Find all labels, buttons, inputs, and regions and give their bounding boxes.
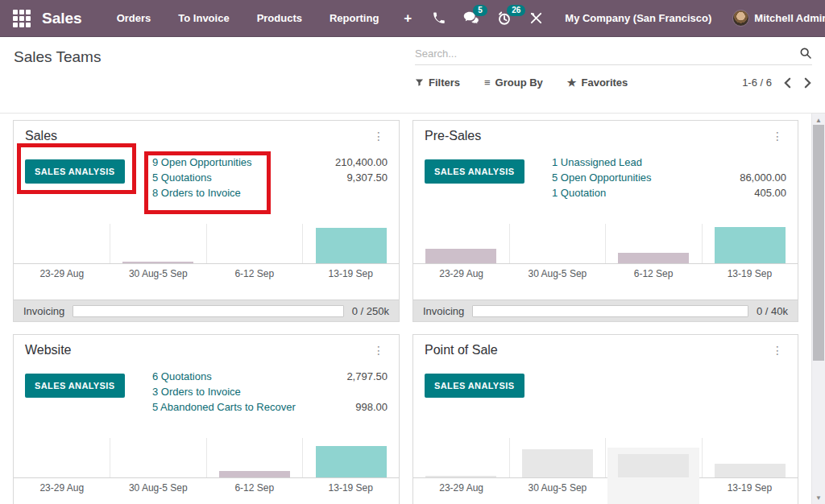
nav-item-products[interactable]: Products (257, 12, 302, 24)
search-area: Filters ≡ Group By ★ Favorites 1-6 / 6 (415, 47, 812, 89)
chart-week-labels: 23-29 Aug30 Aug-5 Sep6-12 Sep13-19 Sep (413, 264, 798, 283)
user-name: Mitchell Admin (754, 12, 825, 24)
kanban-link[interactable]: 9 Open Opportunities (152, 156, 252, 168)
kanban-card-sales: Sales ⋮ SALES ANALYSIS 9 Open Opportunit… (13, 120, 400, 322)
kanban-link[interactable]: 5 Abandoned Carts to Recover (152, 401, 296, 413)
kanban-value: 9,307.50 (346, 171, 388, 184)
kanban-menu-icon[interactable]: ⋮ (769, 130, 786, 143)
kanban-menu-icon[interactable]: ⋮ (370, 344, 388, 357)
debug-tools-icon[interactable] (529, 11, 543, 25)
pager-next-icon[interactable] (803, 77, 812, 89)
team-title[interactable]: Sales (25, 129, 57, 143)
group-by-button[interactable]: ≡ Group By (484, 76, 543, 89)
chart-bar[interactable] (122, 262, 193, 263)
chart-week-labels: 23-29 Aug30 Aug-5 Sep6-12 Sep13-19 Sep (14, 478, 399, 498)
messages-badge: 5 (473, 5, 487, 16)
kanban-link[interactable]: 3 Orders to Invoice (152, 386, 241, 398)
user-avatar (732, 10, 749, 27)
kanban-value: 2,797.50 (346, 370, 388, 382)
kanban-card-pre-sales: Pre-Sales ⋮ SALES ANALYSIS 1 Unassigned … (412, 120, 798, 322)
chart-week-labels: 23-29 Aug30 Aug-5 Sep6-12 Sep13-19 Sep (413, 478, 798, 498)
chart-bar[interactable] (425, 476, 496, 477)
phone-icon[interactable] (432, 11, 446, 25)
kanban-link[interactable]: 5 Quotations (152, 171, 212, 184)
kanban-value: 405.00 (754, 187, 786, 199)
group-by-icon: ≡ (484, 76, 491, 89)
invoicing-progress-value: 0 / 250k (352, 305, 389, 317)
chart-bar[interactable] (618, 454, 689, 477)
top-navbar: Sales Orders To Invoice Products Reporti… (0, 0, 825, 37)
nav-item-to-invoice[interactable]: To Invoice (178, 12, 229, 24)
chart-bar[interactable] (715, 227, 786, 263)
kanban-link[interactable]: 8 Orders to Invoice (152, 187, 241, 199)
chart-bar[interactable] (715, 464, 786, 477)
kanban-link[interactable]: 6 Quotations (152, 370, 212, 382)
nav-plus-icon[interactable]: + (404, 10, 412, 27)
page-title: Sales Teams (14, 48, 101, 66)
chart-bar[interactable] (425, 249, 496, 263)
chart-week-labels: 23-29 Aug30 Aug-5 Sep6-12 Sep13-19 Sep (14, 264, 399, 283)
nav-item-reporting[interactable]: Reporting (330, 12, 379, 24)
chart-bar[interactable] (522, 449, 593, 477)
star-icon: ★ (567, 76, 577, 89)
search-input[interactable] (415, 48, 799, 60)
kanban-link[interactable]: 1 Unassigned Lead (552, 156, 642, 168)
weekly-sales-chart: 23-29 Aug30 Aug-5 Sep6-12 Sep13-19 Sep (14, 438, 399, 498)
invoicing-label: Invoicing (423, 305, 464, 317)
messages-icon[interactable]: 5 (463, 11, 479, 25)
user-menu[interactable]: Mitchell Admin (732, 10, 825, 27)
activities-badge: 26 (507, 5, 525, 16)
vertical-scrollbar[interactable]: ▲ ▼ (811, 114, 825, 504)
sales-analysis-button[interactable]: SALES ANALYSIS (425, 159, 524, 184)
invoicing-footer: Invoicing 0 / 40k (413, 300, 798, 321)
kanban-card-website: Website ⋮ SALES ANALYSIS 6 Quotations2,7… (13, 334, 400, 504)
invoicing-progressbar[interactable] (472, 305, 748, 317)
invoicing-footer: Invoicing 0 / 250k (14, 300, 399, 321)
kanban-menu-icon[interactable]: ⋮ (769, 344, 786, 357)
kanban-menu-icon[interactable]: ⋮ (370, 130, 388, 143)
invoicing-progressbar[interactable] (73, 305, 343, 317)
kanban-value: 998.00 (355, 401, 388, 413)
chart-bar[interactable] (316, 446, 387, 477)
activities-icon[interactable]: 26 (497, 11, 512, 26)
favorites-button[interactable]: ★ Favorites (567, 76, 628, 89)
scroll-down-icon[interactable]: ▼ (812, 494, 825, 502)
chart-bar[interactable] (618, 253, 689, 263)
control-panel: Sales Teams Filters ≡ Group By ★ (0, 37, 825, 113)
kanban-view: Sales ⋮ SALES ANALYSIS 9 Open Opportunit… (0, 113, 825, 504)
search-icon[interactable] (799, 47, 812, 60)
nav-item-orders[interactable]: Orders (117, 12, 151, 24)
chart-bar[interactable] (316, 228, 387, 263)
sales-analysis-button[interactable]: SALES ANALYSIS (25, 159, 125, 184)
weekly-sales-chart: 23-29 Aug30 Aug-5 Sep6-12 Sep13-19 Sep (413, 224, 798, 283)
pager-prev-icon[interactable] (783, 77, 792, 89)
sales-analysis-button[interactable]: SALES ANALYSIS (425, 374, 524, 398)
team-title[interactable]: Pre-Sales (425, 129, 481, 143)
weekly-sales-chart: 23-29 Aug30 Aug-5 Sep6-12 Sep13-19 Sep (413, 438, 798, 498)
filters-button[interactable]: Filters (415, 76, 460, 89)
kanban-value: 210,400.00 (335, 156, 388, 168)
team-title[interactable]: Website (25, 343, 72, 357)
filter-funnel-icon (415, 78, 424, 87)
scrollbar-thumb[interactable] (813, 125, 824, 361)
invoicing-progress-value: 0 / 40k (757, 305, 788, 317)
weekly-sales-chart: 23-29 Aug30 Aug-5 Sep6-12 Sep13-19 Sep (14, 224, 399, 283)
kanban-value: 86,000.00 (740, 171, 786, 184)
team-title[interactable]: Point of Sale (425, 343, 498, 357)
kanban-link[interactable]: 5 Open Opportunities (552, 171, 652, 184)
pager-count: 1-6 / 6 (742, 76, 772, 89)
invoicing-label: Invoicing (23, 305, 64, 317)
kanban-card-point-of-sale: Point of Sale ⋮ SALES ANALYSIS 23-29 Aug… (412, 334, 798, 504)
apps-menu-icon[interactable] (13, 10, 31, 27)
chart-bar[interactable] (219, 471, 290, 477)
sales-analysis-button[interactable]: SALES ANALYSIS (25, 374, 125, 398)
pager: 1-6 / 6 (742, 76, 812, 89)
scroll-up-icon[interactable]: ▲ (812, 117, 825, 124)
kanban-link[interactable]: 1 Quotation (552, 187, 606, 199)
app-brand[interactable]: Sales (42, 10, 82, 27)
company-switcher[interactable]: My Company (San Francisco) (565, 12, 711, 24)
